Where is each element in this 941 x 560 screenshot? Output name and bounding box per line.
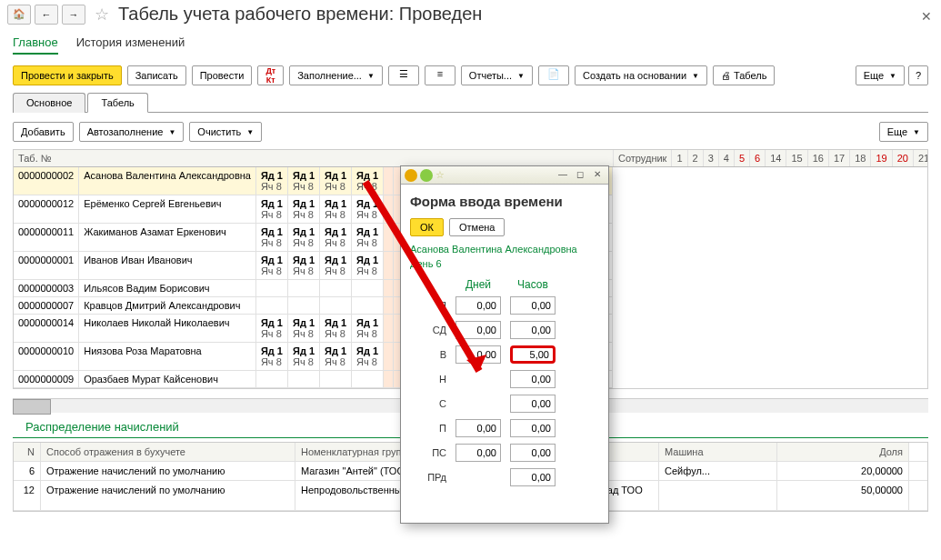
col-day-20[interactable]: 20 [892, 150, 913, 167]
modal-days-Я[interactable] [455, 296, 501, 315]
modal-days-П[interactable] [455, 419, 501, 437]
col-tab-num[interactable]: Таб. № [14, 150, 613, 167]
add-button[interactable]: Добавить [13, 122, 74, 142]
cell-day[interactable]: Яд 1Яч 8 [287, 224, 319, 252]
cell-emp[interactable]: Жакиманов Азамат Еркенович [79, 224, 256, 252]
cell-num[interactable]: 0000000003 [14, 280, 79, 297]
col-day-15[interactable]: 15 [786, 150, 807, 167]
modal-min-icon[interactable]: — [556, 169, 570, 182]
modal-hours-СД[interactable] [510, 321, 556, 339]
cell-day[interactable] [320, 280, 352, 297]
modal-hours-Н[interactable] [510, 370, 556, 388]
col-day-18[interactable]: 18 [850, 150, 871, 167]
cell-num[interactable]: 0000000009 [14, 371, 79, 388]
tab-history[interactable]: История изменений [76, 32, 185, 55]
col-day-2[interactable]: 2 [687, 150, 703, 167]
cell-day[interactable] [384, 224, 394, 252]
col-day-6[interactable]: 6 [750, 150, 766, 167]
cell-day[interactable] [352, 280, 384, 297]
col-day-19[interactable]: 19 [871, 150, 892, 167]
col-day-1[interactable]: 1 [672, 150, 687, 167]
modal-cancel-button[interactable]: Отмена [449, 218, 505, 236]
col-day-4[interactable]: 4 [718, 150, 734, 167]
cell-num[interactable]: 0000000012 [14, 195, 79, 224]
cell-emp[interactable]: Ильясов Вадим Борисович [79, 280, 256, 297]
cell-day[interactable] [384, 371, 394, 388]
cell-num[interactable]: 0000000007 [14, 297, 79, 315]
modal-hours-ПС[interactable] [510, 444, 556, 462]
cell-day[interactable] [352, 297, 384, 315]
col-day-16[interactable]: 16 [807, 150, 828, 167]
cell-day[interactable]: Яд 1Яч 8 [352, 315, 384, 343]
post-button[interactable]: Провести [192, 65, 253, 85]
clear-button[interactable]: Очистить▼ [189, 122, 262, 142]
modal-days-СД[interactable] [455, 321, 501, 339]
cell-emp[interactable]: Николаев Николай Николаевич [79, 315, 256, 343]
autofill-button[interactable]: Автозаполнение▼ [79, 122, 185, 142]
favorite-star-icon[interactable]: ☆ [95, 5, 109, 25]
cell-num[interactable]: 0000000010 [14, 343, 79, 371]
modal-close-icon[interactable]: ✕ [590, 169, 605, 182]
cell-day[interactable]: Яд 1Яч 8 [287, 195, 319, 224]
cell-day[interactable]: Яд 1Яч 8 [320, 195, 352, 224]
cell-day[interactable]: Яд 1Яч 8 [320, 315, 352, 343]
cell-day[interactable]: Яд 1Яч 8 [352, 343, 384, 371]
create-base-button[interactable]: Создать на основании▼ [575, 65, 707, 85]
post-and-close-button[interactable]: Провести и закрыть [13, 65, 122, 85]
subtab-main[interactable]: Основное [13, 93, 85, 113]
tb-icon-1[interactable]: ☰ [388, 65, 419, 85]
cell-day[interactable] [384, 252, 394, 280]
fill-button[interactable]: Заполнение...▼ [289, 65, 383, 85]
cell-day[interactable] [384, 315, 394, 343]
col-day-5[interactable]: 5 [734, 150, 749, 167]
col-day-17[interactable]: 17 [828, 150, 849, 167]
cell-day[interactable] [255, 280, 287, 297]
cell-day[interactable] [384, 195, 394, 224]
help-button[interactable]: ? [908, 65, 928, 85]
tb-icon-3[interactable]: 📄 [538, 65, 569, 85]
col-day-14[interactable]: 14 [766, 150, 786, 167]
cell-day[interactable] [384, 167, 394, 195]
star-icon[interactable]: ☆ [435, 169, 445, 181]
cell-emp[interactable]: Асанова Валентина Александровна [79, 167, 256, 195]
col-day-21[interactable]: 21 [913, 150, 928, 167]
modal-max-icon[interactable]: ◻ [573, 169, 587, 182]
cell-day[interactable] [255, 297, 287, 315]
cell-day[interactable]: Яд 1Яч 8 [287, 343, 319, 371]
cell-day[interactable] [320, 297, 352, 315]
cell-day[interactable]: Яд 1Яч 8 [352, 167, 384, 195]
cell-day[interactable]: Яд 1Яч 8 [352, 195, 384, 224]
modal-hours-П[interactable] [510, 419, 556, 437]
cell-day[interactable] [352, 371, 384, 388]
cell-day[interactable] [384, 280, 394, 297]
cell-num[interactable]: 0000000011 [14, 224, 79, 252]
modal-ok-button[interactable]: ОК [410, 218, 444, 236]
tb-icon-2[interactable]: ≡ [425, 65, 455, 85]
print-button[interactable]: 🖨 Табель [713, 65, 775, 85]
cell-day[interactable] [384, 343, 394, 371]
cell-day[interactable] [287, 371, 319, 388]
forward-button[interactable]: → [62, 5, 85, 25]
cell-day[interactable]: Яд 1Яч 8 [352, 252, 384, 280]
cell-emp[interactable]: Ниязова Роза Маратовна [79, 343, 256, 371]
dt-kt-button[interactable]: ДтКт [257, 65, 284, 85]
cell-day[interactable]: Яд 1Яч 8 [320, 224, 352, 252]
back-button[interactable]: ← [35, 5, 58, 25]
cell-day[interactable]: Яд 1Яч 8 [287, 315, 319, 343]
cell-day[interactable]: Яд 1Яч 8 [255, 224, 287, 252]
cell-num[interactable]: 0000000014 [14, 315, 79, 343]
modal-hours-ПРд[interactable] [510, 468, 556, 486]
cell-emp[interactable]: Кравцов Дмитрий Александрович [79, 297, 256, 315]
tab-main[interactable]: Главное [13, 32, 58, 55]
cell-day[interactable]: Яд 1Яч 8 [352, 224, 384, 252]
toolbar-more-button[interactable]: Еще▼ [856, 65, 905, 85]
cell-day[interactable]: Яд 1Яч 8 [255, 315, 287, 343]
cell-day[interactable] [384, 297, 394, 315]
cell-day[interactable] [320, 371, 352, 388]
modal-days-В[interactable] [455, 345, 501, 364]
reports-button[interactable]: Отчеты...▼ [461, 65, 533, 85]
cell-emp[interactable]: Иванов Иван Иванович [79, 252, 256, 280]
save-button[interactable]: Записать [127, 65, 186, 85]
cell-day[interactable] [287, 297, 319, 315]
cell-num[interactable]: 0000000002 [14, 167, 79, 195]
